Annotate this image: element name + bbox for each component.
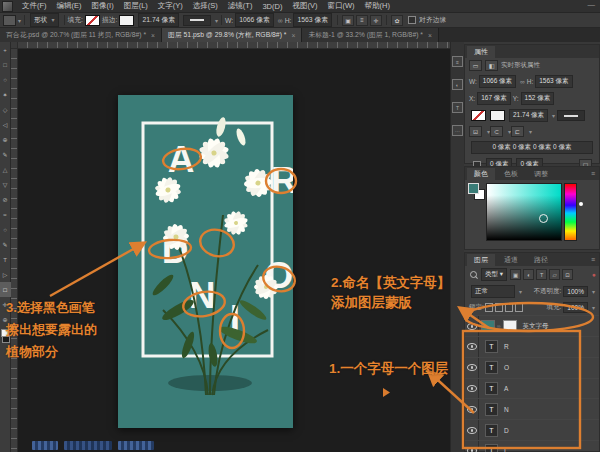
opacity-field[interactable]: 100% <box>563 286 588 297</box>
corner-radii-field[interactable]: 0 像素 0 像素 0 像素 0 像素 <box>471 141 593 154</box>
layer-row[interactable]: T A <box>465 378 599 399</box>
blend-mode-select[interactable]: 正常 <box>471 285 515 298</box>
visibility-cell[interactable] <box>465 358 479 378</box>
menu-edit[interactable]: 编辑(E) <box>52 1 87 11</box>
menu-3d[interactable]: 3D(D) <box>257 2 287 11</box>
layer-row[interactable]: T I <box>465 440 599 452</box>
layer-row[interactable]: T R <box>465 336 599 357</box>
color-swatch-pair[interactable] <box>468 183 484 201</box>
path-select-tool-icon[interactable]: ▷ <box>0 267 11 282</box>
document-tab[interactable]: 百合花.psd @ 20.7% (图层 11 拷贝, RGB/8#) * × <box>0 28 162 42</box>
menu-file[interactable]: 文件(F) <box>17 1 52 11</box>
layer-name[interactable]: I <box>504 447 506 452</box>
h-field[interactable]: 1563 像素 <box>535 75 572 88</box>
stamp-tool-icon[interactable]: △ <box>0 162 11 177</box>
layer-row[interactable]: T N <box>465 398 599 419</box>
menu-image[interactable]: 图像(I) <box>87 1 119 11</box>
menu-window[interactable]: 窗口(W) <box>322 1 359 11</box>
character-panel-icon[interactable]: T <box>452 102 463 113</box>
layer-name[interactable]: D <box>504 427 509 434</box>
tab-properties[interactable]: 属性 <box>467 46 495 58</box>
type-layer-thumbnail[interactable]: T <box>485 361 498 374</box>
eye-icon[interactable] <box>467 364 477 371</box>
tab-color[interactable]: 颜色 <box>467 168 495 180</box>
mask-link-icon[interactable]: ∞ <box>497 323 501 329</box>
menu-select[interactable]: 选择(S) <box>188 1 223 11</box>
type-layer-thumbnail[interactable]: T <box>485 382 498 395</box>
filter-pixel-icon[interactable]: ▣ <box>510 269 521 280</box>
menu-filter[interactable]: 滤镜(T) <box>223 1 258 11</box>
lock-transparent-icon[interactable] <box>485 303 493 312</box>
path-operations-icon[interactable]: ▣ <box>342 15 354 26</box>
width-field[interactable]: 1066 像素 <box>235 13 274 27</box>
document-tab[interactable]: 未标题-1 @ 33.2% (图层 1, RGB/8#) * × <box>302 28 439 42</box>
eye-icon[interactable] <box>467 447 477 452</box>
tab-paths[interactable]: 路径 <box>527 254 555 266</box>
eye-icon[interactable] <box>467 343 477 350</box>
align-edges-checkbox[interactable] <box>408 16 416 24</box>
layer-row[interactable]: T O <box>465 357 599 378</box>
panel-menu-icon[interactable]: ≡ <box>591 170 595 177</box>
tool-preset-icon[interactable] <box>3 15 16 26</box>
menu-view[interactable]: 视图(V) <box>287 1 322 11</box>
close-icon[interactable]: × <box>291 32 295 39</box>
brush-panel-icon[interactable]: ⋯ <box>452 125 463 136</box>
menu-type[interactable]: 文字(Y) <box>153 1 188 11</box>
tab-swatches[interactable]: 色板 <box>497 168 525 180</box>
lock-pixels-icon[interactable] <box>495 303 503 312</box>
layer-filter-select[interactable]: 类型 ▾ <box>481 268 507 281</box>
stroke-cap-select[interactable]: ⊂ <box>490 126 503 137</box>
fill-swatch[interactable] <box>471 110 486 121</box>
close-icon[interactable]: × <box>151 32 155 39</box>
layer-name[interactable]: R <box>504 343 509 350</box>
tool-mode-select[interactable]: 形状 ▾ <box>30 13 59 27</box>
layer-row[interactable]: T D <box>465 419 599 440</box>
menu-help[interactable]: 帮助(H) <box>360 1 395 11</box>
pen-tool-icon[interactable]: ✎ <box>0 237 11 252</box>
mask-properties-icon[interactable]: ◧ <box>485 60 498 71</box>
history-panel-icon[interactable]: ≡ <box>452 56 463 67</box>
visibility-cell[interactable] <box>465 316 479 336</box>
stroke-width-field[interactable]: 21.74 像素 <box>138 13 179 27</box>
lock-position-icon[interactable] <box>505 303 513 312</box>
visibility-cell[interactable] <box>465 420 479 440</box>
hue-slider[interactable] <box>564 183 577 241</box>
stroke-style-select[interactable] <box>557 110 585 121</box>
visibility-cell[interactable] <box>465 399 479 419</box>
document-tab-active[interactable]: 图层 51.psb @ 29.8% (方框, RGB/8#) * × <box>162 28 302 42</box>
eye-icon[interactable] <box>467 323 477 330</box>
info-panel-icon[interactable]: ◐ <box>452 79 463 90</box>
gradient-tool-icon[interactable]: ≈ <box>0 207 11 222</box>
filter-toggle-icon[interactable]: ● <box>592 271 596 278</box>
visibility-cell[interactable] <box>465 379 479 399</box>
eraser-tool-icon[interactable]: ⊘ <box>0 192 11 207</box>
layer-mask-thumbnail[interactable] <box>503 320 517 332</box>
w-field[interactable]: 1066 像素 <box>479 75 516 88</box>
stroke-swatch[interactable] <box>490 110 505 121</box>
type-layer-thumbnail[interactable]: T <box>485 424 498 437</box>
path-align-icon[interactable]: ≡ <box>356 15 368 26</box>
type-tool-icon[interactable]: T <box>0 252 11 267</box>
stroke-corner-select[interactable]: ⊏ <box>511 126 524 137</box>
type-layer-thumbnail[interactable]: T <box>485 403 498 416</box>
close-icon[interactable]: × <box>428 32 432 39</box>
layer-name[interactable]: 英文字母 <box>523 322 549 331</box>
filter-shape-icon[interactable]: ▱ <box>549 269 560 280</box>
visibility-cell[interactable] <box>465 337 479 357</box>
link-dimensions-icon[interactable]: ∞ <box>278 17 283 24</box>
layer-thumbnail[interactable] <box>481 320 495 332</box>
canvas-area[interactable]: A R D O N I <box>18 49 450 452</box>
filter-type-icon[interactable]: T <box>536 269 547 280</box>
lock-all-icon[interactable] <box>515 303 523 312</box>
stroke-width-field[interactable]: 21.74 像素 <box>509 109 548 122</box>
stroke-swatch[interactable] <box>119 15 134 26</box>
eyedropper-tool-icon[interactable]: ◁ <box>0 117 11 132</box>
lasso-tool-icon[interactable]: ○ <box>0 72 11 87</box>
move-tool-icon[interactable]: + <box>0 42 11 57</box>
x-field[interactable]: 167 像素 <box>477 92 511 105</box>
crop-tool-icon[interactable]: ◇ <box>0 102 11 117</box>
foreground-color-swatch[interactable] <box>468 183 479 194</box>
gear-icon[interactable]: ✿ <box>391 15 403 26</box>
wand-tool-icon[interactable]: ✶ <box>0 87 11 102</box>
eye-icon[interactable] <box>467 385 477 392</box>
